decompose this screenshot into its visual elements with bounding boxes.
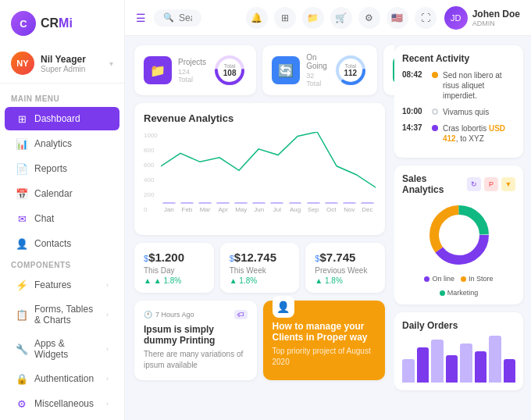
header-icons: 🔔 ⊞ 📁 🛒 ⚙ 🇺🇸 ⛶ — [246, 7, 437, 29]
sa-title: Sales Analytics — [402, 173, 467, 195]
chart-month-label: Jun — [254, 206, 264, 213]
sidebar-item-label: Contacts — [34, 238, 71, 249]
chart-bar-group: Jul — [269, 202, 285, 213]
grid-icon[interactable]: ⊞ — [274, 7, 296, 29]
chart-bars: JanFebMarAprMayJunJulAugSepOctNovDec — [161, 132, 376, 226]
sidebar-item-misc[interactable]: ⚙ Miscellaneous › — [5, 392, 119, 415]
week-period: This Week — [230, 266, 290, 275]
reports-icon: 📄 — [16, 162, 28, 175]
week-amount-val: $12.745 — [234, 251, 276, 264]
chart-bar-group: Feb — [179, 202, 195, 213]
do-bar — [489, 336, 501, 383]
legend-label: Marketing — [447, 289, 479, 297]
ra-item-1: 08:42 Sed non libero at risus aliquet im… — [402, 70, 515, 101]
stat-card-ongoing: 🔄 On Going 32 Total Total 112 — [262, 45, 377, 95]
chart-bar — [325, 202, 338, 204]
header-user-name: Johen Doe — [472, 9, 520, 20]
header-user-role: Admin — [472, 20, 520, 27]
search-input[interactable] — [179, 12, 192, 23]
chart-bar — [234, 202, 248, 204]
flag-icon[interactable]: 🇺🇸 — [387, 7, 408, 29]
filter-icon[interactable]: ▼ — [501, 177, 515, 191]
sidebar-item-apps[interactable]: 🔧 Apps & Widgets › — [5, 333, 119, 365]
pdf-icon[interactable]: P — [484, 177, 498, 191]
sidebar-item-auth[interactable]: 🔒 Authentication › — [5, 367, 119, 390]
news-card-2: 👤 How to manage your Clients in Proper w… — [263, 301, 386, 380]
chart-month-label: Dec — [362, 206, 372, 213]
sidebar-item-contacts[interactable]: 👤 Contacts — [5, 232, 119, 255]
daily-orders-card: Daily Orders — [394, 312, 523, 390]
prevweek-period: Previous Week — [315, 266, 376, 275]
projects-info: Projects 124 Total — [178, 58, 206, 84]
apps-icon: 🔧 — [16, 343, 28, 355]
y-label: 0 — [144, 206, 158, 213]
legend-label: In Store — [469, 275, 494, 283]
chart-bar-group: May — [233, 202, 249, 213]
sales-analytics-card: Sales Analytics ↻ P ▼ — [394, 166, 523, 304]
svg-point-10 — [442, 218, 476, 252]
search-bar[interactable]: 🔍 — [154, 9, 201, 27]
sidebar-item-features[interactable]: ⚡ Features › — [5, 273, 119, 297]
do-bar — [475, 351, 487, 383]
dropdown-icon[interactable]: ▾ — [109, 59, 113, 68]
ra-time: 08:42 — [402, 70, 427, 101]
prevweek-amount: $$7.745 — [315, 251, 376, 265]
projects-total: 108 — [223, 69, 237, 78]
legend-marketing: Marketing — [440, 289, 479, 297]
revenue-card: Revenue Analytics 1000 800 600 400 200 0 — [134, 103, 385, 235]
legend-dot — [424, 276, 429, 282]
do-title: Daily Orders — [402, 320, 515, 331]
sidebar-item-analytics[interactable]: 📊 Analytics — [5, 132, 119, 155]
sidebar-item-label: Features — [34, 279, 71, 290]
time-badge: 🕐 7 Hours Ago 🏷 — [144, 310, 248, 319]
folder-icon[interactable]: 📁 — [302, 7, 324, 29]
ongoing-label: On Going — [306, 53, 327, 70]
cart-icon[interactable]: 🛒 — [330, 7, 352, 29]
legend-instore: In Store — [461, 275, 494, 283]
news-title-2: How to manage your Clients in Proper way — [273, 321, 376, 343]
y-label: 1000 — [144, 132, 158, 139]
chart-inner: JanFebMarAprMayJunJulAugSepOctNovDec — [161, 132, 376, 226]
ra-text: Sed non libero at risus aliquet imperdie… — [443, 70, 515, 101]
refresh-icon[interactable]: ↻ — [467, 177, 481, 191]
chart-month-label: Nov — [344, 206, 355, 213]
prevweek-change-val: 1.8% — [325, 276, 343, 285]
sidebar-item-dashboard[interactable]: ⊞ Dashboard — [5, 107, 119, 130]
chart-bar — [343, 202, 356, 204]
chart-bar — [289, 202, 302, 204]
chart-area: 1000 800 600 400 200 0 JanFebMarAprMayJu… — [144, 132, 376, 226]
expand-icon[interactable]: ⛶ — [415, 7, 437, 29]
week-amount: $$12.745 — [230, 251, 290, 265]
do-bar — [431, 340, 444, 383]
sidebar-item-chat[interactable]: ✉ Chat — [5, 207, 119, 230]
legend-dot — [440, 290, 445, 296]
chart-bar — [361, 202, 374, 204]
chart-month-label: Feb — [182, 206, 193, 213]
sa-legend: On line In Store Marketing — [402, 275, 515, 297]
chart-bar-group: Apr — [215, 202, 231, 213]
chart-month-label: Oct — [326, 206, 336, 213]
chart-bar — [180, 202, 194, 204]
chart-bar — [252, 202, 266, 204]
settings-icon[interactable]: ⚙ — [358, 7, 380, 29]
sidebar-item-label: Analytics — [34, 138, 72, 149]
sidebar: C CRMi NY Nil Yeager Super Admin ▾ Main … — [0, 0, 125, 420]
sidebar-item-calendar[interactable]: 📅 Calendar — [5, 182, 119, 205]
sidebar-bottom: 🏢CRM — [0, 416, 124, 420]
sidebar-item-reports[interactable]: 📄 Reports — [5, 157, 119, 180]
sa-icons: ↻ P ▼ — [467, 177, 515, 191]
contacts-icon: 👤 — [16, 237, 28, 250]
chart-month-label: Aug — [290, 206, 301, 213]
bottom-row: 🕐 7 Hours Ago 🏷 Ipsum is simply dummy Pr… — [134, 301, 385, 380]
sidebar-item-forms[interactable]: 📋 Forms, Tables & Charts › — [5, 298, 119, 331]
do-bar — [417, 347, 429, 383]
main-area: ☰ 🔍 🔔 ⊞ 📁 🛒 ⚙ 🇺🇸 ⛶ JD Johen Doe Admin — [125, 0, 531, 420]
menu-icon[interactable]: ☰ — [136, 12, 146, 24]
notification-icon[interactable]: 🔔 — [246, 7, 268, 29]
sidebar-item-label: Calendar — [34, 188, 73, 199]
chart-bar-group: Jun — [251, 202, 267, 213]
do-bar — [446, 355, 458, 383]
ongoing-info: On Going 32 Total — [306, 53, 327, 87]
chat-icon: ✉ — [16, 212, 28, 225]
sidebar-user: NY Nil Yeager Super Admin ▾ — [0, 44, 124, 84]
